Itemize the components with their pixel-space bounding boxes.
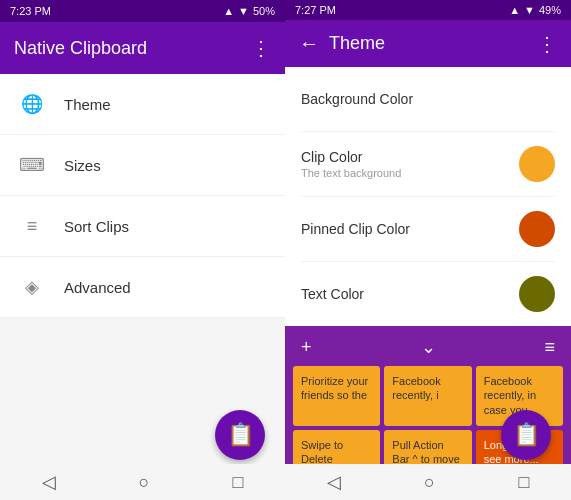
nav-item-advanced[interactable]: ◈ Advanced — [0, 257, 285, 318]
settings-label-text-color: Text Color — [301, 286, 364, 302]
right-top-bar: ← Theme ⋮ — [285, 20, 571, 67]
right-battery-text: 49% — [539, 4, 561, 16]
nav-label-sort-clips: Sort Clips — [64, 218, 129, 235]
left-status-icons: ▲ ▼ 50% — [223, 5, 275, 17]
right-fab-icon: 📋 — [513, 422, 540, 448]
nav-label-theme: Theme — [64, 96, 111, 113]
settings-section: Background Color Clip Color The text bac… — [285, 67, 571, 326]
right-recent-nav-button[interactable]: □ — [518, 472, 529, 493]
signal-icon: ▲ — [223, 5, 234, 17]
settings-row-pinned-clip-color[interactable]: Pinned Clip Color — [301, 197, 555, 262]
right-wifi-icon: ▼ — [524, 4, 535, 16]
background-color-circle[interactable] — [519, 81, 555, 117]
left-panel: 7:23 PM ▲ ▼ 50% Native Clipboard ⋮ 🌐 The… — [0, 0, 285, 500]
left-menu-dots-button[interactable]: ⋮ — [251, 36, 271, 60]
right-time: 7:27 PM — [295, 4, 336, 16]
nav-list: 🌐 Theme ⌨ Sizes ≡ Sort Clips ◈ Advanced — [0, 74, 285, 318]
wifi-icon: ▼ — [238, 5, 249, 17]
clip-card-2[interactable]: Facebook recently, i — [384, 366, 471, 426]
settings-row-clip-color[interactable]: Clip Color The text background — [301, 132, 555, 197]
clip-card-1[interactable]: Prioritize your friends so the — [293, 366, 380, 426]
right-back-nav-button[interactable]: ◁ — [327, 471, 341, 493]
expand-button[interactable]: ⌄ — [421, 336, 436, 358]
left-time: 7:23 PM — [10, 5, 51, 17]
right-nav-bottom: ◁ ○ □ — [285, 464, 571, 500]
theme-icon: 🌐 — [16, 88, 48, 120]
add-clip-button[interactable]: + — [301, 337, 312, 358]
left-home-button[interactable]: ○ — [139, 472, 150, 493]
left-fab-button[interactable]: 📋 — [215, 410, 265, 460]
settings-row-text-color[interactable]: Text Color — [301, 262, 555, 326]
preview-toolbar: + ⌄ ≡ — [293, 332, 563, 362]
nav-label-sizes: Sizes — [64, 157, 101, 174]
nav-item-theme[interactable]: 🌐 Theme — [0, 74, 285, 135]
left-recent-button[interactable]: □ — [233, 472, 244, 493]
right-panel: 7:27 PM ▲ ▼ 49% ← Theme ⋮ Background Col… — [285, 0, 571, 500]
sizes-icon: ⌨ — [16, 149, 48, 181]
nav-label-advanced: Advanced — [64, 279, 131, 296]
settings-row-background-color[interactable]: Background Color — [301, 67, 555, 132]
filter-button[interactable]: ≡ — [544, 337, 555, 358]
settings-label-pinned-clip-color: Pinned Clip Color — [301, 221, 410, 237]
left-top-bar-title: Native Clipboard — [14, 38, 147, 59]
right-menu-dots-button[interactable]: ⋮ — [537, 32, 557, 56]
right-top-bar-title: Theme — [329, 33, 527, 54]
left-fab-icon: 📋 — [227, 422, 254, 448]
clip-color-circle[interactable] — [519, 146, 555, 182]
nav-item-sizes[interactable]: ⌨ Sizes — [0, 135, 285, 196]
settings-label-clip-color: Clip Color The text background — [301, 149, 401, 179]
settings-label-background-color: Background Color — [301, 91, 413, 107]
left-back-button[interactable]: ◁ — [42, 471, 56, 493]
sort-clips-icon: ≡ — [16, 210, 48, 242]
pinned-clip-color-circle[interactable] — [519, 211, 555, 247]
right-home-nav-button[interactable]: ○ — [424, 472, 435, 493]
right-fab-button[interactable]: 📋 — [501, 410, 551, 460]
text-color-circle[interactable] — [519, 276, 555, 312]
right-signal-icon: ▲ — [509, 4, 520, 16]
right-back-button[interactable]: ← — [299, 32, 319, 55]
advanced-icon: ◈ — [16, 271, 48, 303]
left-top-bar: Native Clipboard ⋮ — [0, 22, 285, 74]
right-status-bar: 7:27 PM ▲ ▼ 49% — [285, 0, 571, 20]
battery-text: 50% — [253, 5, 275, 17]
left-nav-bottom: ◁ ○ □ — [0, 464, 285, 500]
right-status-icons: ▲ ▼ 49% — [509, 4, 561, 16]
left-status-bar: 7:23 PM ▲ ▼ 50% — [0, 0, 285, 22]
nav-item-sort-clips[interactable]: ≡ Sort Clips — [0, 196, 285, 257]
